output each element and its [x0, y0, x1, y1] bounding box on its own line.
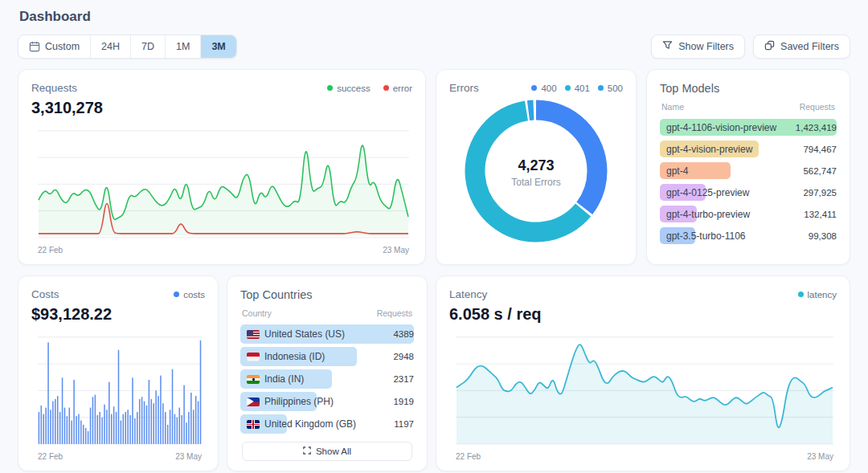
- legend-dot-icon: [383, 85, 389, 91]
- legend-item-costs: costs: [174, 290, 205, 300]
- row-value: 2317: [393, 374, 414, 384]
- show-filters-button[interactable]: Show Filters: [651, 35, 745, 59]
- row-value: 1,423,419: [796, 123, 837, 133]
- row-label: gpt-4-turbo-preview: [660, 209, 750, 220]
- requests-card-title: Requests: [31, 82, 77, 94]
- legend-dot-icon: [598, 85, 604, 91]
- requests-chart[interactable]: 22 Feb23 May: [38, 127, 409, 256]
- latency-card: Latency latency 6.058 s / req 22 Feb23 M…: [436, 275, 850, 471]
- costs-x-axis: 22 Feb23 May: [38, 452, 202, 463]
- table-row: Philippines (PH)1919: [240, 391, 414, 412]
- row-value: 99,308: [809, 231, 837, 241]
- legend-item-400: 400: [531, 84, 556, 93]
- table-row: United Kingdom (GB)1197: [240, 414, 414, 434]
- errors-legend: 400401500: [531, 84, 623, 93]
- toolbar-filters: Show Filters Saved Filters: [651, 35, 850, 59]
- time-range-label: Custom: [45, 41, 80, 52]
- copy-icon: [764, 40, 775, 53]
- costs-card: Costs costs $93,128.22 22 Feb23 May: [18, 275, 219, 471]
- id-flag-icon: [247, 353, 260, 361]
- requests-legend: successerror: [327, 84, 412, 93]
- us-flag-icon: [247, 330, 260, 339]
- show-filters-label: Show Filters: [678, 41, 734, 52]
- latency-value: 6.058 s / req: [449, 305, 837, 324]
- top-models-columns: NameRequests: [661, 102, 835, 112]
- legend-dot-icon: [174, 292, 179, 297]
- funnel-icon: [662, 40, 673, 53]
- costs-card-title: Costs: [31, 288, 59, 300]
- expand-icon: [303, 446, 311, 456]
- table-row: Indonesia (ID)2948: [240, 346, 414, 367]
- table-row: India (IN)2317: [240, 369, 414, 389]
- top-models-title: Top Models: [660, 82, 837, 95]
- costs-legend: costs: [174, 290, 205, 300]
- table-row: gpt-4-0125-preview297,925: [660, 182, 837, 202]
- legend-item-success: success: [327, 84, 371, 93]
- time-range-24h[interactable]: 24H: [90, 35, 130, 58]
- ph-flag-icon: [247, 398, 260, 406]
- latency-x-axis: 22 Feb23 May: [456, 452, 833, 463]
- top-countries-list: United States (US)4389Indonesia (ID)2948…: [240, 324, 414, 434]
- row-value: 297,925: [803, 188, 837, 198]
- legend-dot-icon: [565, 85, 571, 91]
- time-range-1m[interactable]: 1M: [165, 35, 200, 58]
- row-label: gpt-4-vision-preview: [660, 144, 752, 155]
- top-models-list: gpt-4-1106-vision-preview1,423,419gpt-4-…: [660, 117, 837, 246]
- row-value: 794,467: [803, 145, 837, 154]
- table-row: gpt-4-turbo-preview132,411: [660, 204, 837, 224]
- time-range-selector: Custom24H7D1M3M: [18, 35, 237, 59]
- latency-legend: latency: [798, 290, 837, 300]
- time-range-custom[interactable]: Custom: [18, 35, 90, 58]
- row-value: 4389: [393, 329, 414, 339]
- top-countries-columns: CountryRequests: [242, 308, 412, 318]
- row-value: 132,411: [804, 210, 837, 219]
- show-all-label: Show All: [316, 446, 351, 456]
- time-range-7d[interactable]: 7D: [130, 35, 165, 58]
- table-row: gpt-4-vision-preview794,467: [660, 139, 837, 159]
- row-label: gpt-4-1106-vision-preview: [660, 122, 776, 133]
- time-range-label: 3M: [211, 41, 225, 52]
- row-label: gpt-3.5-turbo-1106: [660, 230, 746, 242]
- errors-donut-chart[interactable]: 4,273 Total Errors: [465, 100, 608, 246]
- in-flag-icon: [247, 375, 260, 384]
- errors-card-title: Errors: [449, 82, 479, 94]
- show-all-button[interactable]: Show All: [242, 442, 412, 461]
- time-range-label: 24H: [101, 41, 120, 52]
- table-row: United States (US)4389: [240, 324, 414, 345]
- legend-item-error: error: [383, 84, 412, 93]
- row-label: gpt-4: [660, 165, 688, 177]
- table-row: gpt-4-1106-vision-preview1,423,419: [660, 117, 837, 137]
- costs-total-value: $93,128.22: [31, 305, 205, 324]
- table-row: gpt-4562,747: [660, 161, 837, 181]
- toolbar: Custom24H7D1M3M Show Filters Saved Filte…: [18, 35, 850, 59]
- latency-card-title: Latency: [449, 288, 487, 300]
- row-value: 1197: [394, 419, 414, 429]
- saved-filters-button[interactable]: Saved Filters: [753, 35, 850, 59]
- calendar-icon: [29, 41, 40, 52]
- cards-row-2: Costs costs $93,128.22 22 Feb23 May Top …: [18, 275, 850, 471]
- legend-dot-icon: [327, 85, 333, 91]
- row-label: Indonesia (ID): [240, 351, 325, 362]
- gb-flag-icon: [247, 420, 260, 429]
- requests-card: Requests successerror 3,310,278 22 Feb23…: [18, 69, 426, 265]
- row-label: United States (US): [240, 328, 345, 340]
- page-title: Dashboard: [18, 0, 850, 35]
- row-value: 1919: [393, 397, 414, 406]
- row-label: gpt-4-0125-preview: [660, 187, 749, 198]
- dashboard-page: Dashboard Custom24H7D1M3M Show Filters S…: [0, 0, 868, 471]
- requests-total-value: 3,310,278: [31, 99, 412, 117]
- costs-chart[interactable]: 22 Feb23 May: [38, 333, 202, 463]
- row-value: 562,747: [803, 166, 837, 176]
- legend-item-latency: latency: [798, 290, 837, 300]
- latency-chart[interactable]: 22 Feb23 May: [456, 333, 833, 463]
- table-row: gpt-3.5-turbo-110699,308: [660, 226, 837, 246]
- row-label: United Kingdom (GB): [240, 418, 356, 430]
- time-range-3m[interactable]: 3M: [200, 35, 235, 58]
- legend-item-401: 401: [565, 84, 590, 93]
- legend-item-500: 500: [598, 84, 623, 93]
- requests-x-axis: 22 Feb23 May: [38, 246, 409, 256]
- row-label: India (IN): [240, 373, 304, 385]
- row-value: 2948: [393, 352, 414, 361]
- top-models-card: Top Models NameRequests gpt-4-1106-visio…: [646, 69, 850, 265]
- top-countries-title: Top Countries: [240, 288, 414, 301]
